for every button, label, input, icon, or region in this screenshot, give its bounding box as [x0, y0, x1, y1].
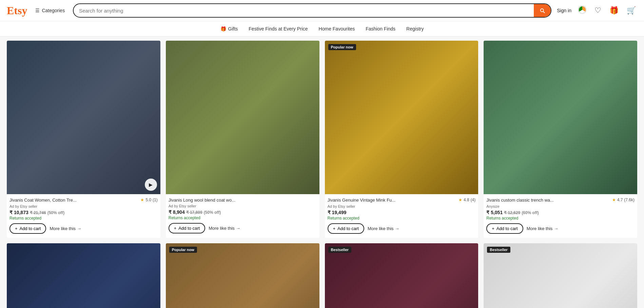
- product-rating: ★4.8 (4): [458, 198, 475, 202]
- add-to-cart-button[interactable]: + Add to cart: [486, 223, 523, 234]
- product-image-p7[interactable]: Bestseller▶: [325, 243, 479, 308]
- product-badge: Popular now: [169, 247, 197, 253]
- original-price: ₹ 21,746: [30, 210, 46, 215]
- more-like-this-button[interactable]: More like this →: [209, 226, 240, 231]
- arrow-icon: →: [236, 226, 240, 231]
- more-like-this-button[interactable]: More like this →: [50, 226, 81, 231]
- more-like-label: More like this: [209, 226, 235, 231]
- product-image-p6[interactable]: Popular now: [166, 243, 319, 308]
- product-actions: + Add to cartMore like this →: [169, 223, 317, 233]
- product-price: ₹ 8,904 ₹ 17,809(50% off): [169, 209, 317, 215]
- product-rating: ★5.0 (1): [140, 198, 157, 202]
- plus-icon: +: [15, 226, 18, 231]
- rating-value: 4.7: [617, 198, 623, 202]
- more-like-label: More like this: [50, 226, 76, 231]
- more-like-this-button[interactable]: More like this →: [368, 226, 399, 231]
- product-badge: Bestseller: [328, 247, 352, 253]
- search-input[interactable]: [74, 4, 534, 17]
- cart-button[interactable]: 🛒: [625, 5, 637, 16]
- gifts-button[interactable]: 🎁: [608, 5, 620, 16]
- add-to-cart-label: Add to cart: [178, 226, 200, 231]
- current-price: ₹ 8,904: [169, 209, 185, 215]
- play-button[interactable]: ▶: [145, 179, 157, 191]
- nav-item-gifts[interactable]: 🎁 Gifts: [220, 25, 238, 33]
- star-icon: ★: [458, 198, 462, 202]
- cart-icon: 🛒: [627, 6, 636, 15]
- product-info-p2: Jivanis Long wool blend coat wo...Ad by …: [166, 194, 319, 238]
- star-icon: ★: [140, 198, 144, 202]
- product-image-p3[interactable]: Popular now: [325, 41, 479, 194]
- header: Etsy ☰ Categories Sign in ♡ 🎁 🛒: [0, 0, 644, 21]
- product-actions: + Add to cartMore like this →: [9, 223, 158, 234]
- review-count: (7.6k): [624, 198, 635, 202]
- product-price: ₹ 10,873 ₹ 21,746(50% off): [9, 210, 158, 215]
- current-price: ₹ 5,051: [486, 210, 503, 215]
- add-to-cart-label: Add to cart: [337, 226, 359, 231]
- flag-button[interactable]: [577, 4, 588, 17]
- product-price: ₹ 5,051 ₹ 12,629(60% off): [486, 210, 635, 215]
- product-info-p3: Jivanis Genuine Vintage Mink Fu...★4.8 (…: [325, 194, 479, 238]
- signin-button[interactable]: Sign in: [557, 8, 571, 13]
- search-bar: [73, 3, 551, 18]
- gift-icon: 🎁: [609, 6, 619, 15]
- etsy-logo: Etsy: [7, 4, 27, 17]
- discount-text: (50% off): [204, 210, 221, 215]
- product-returns: Returns accepted: [328, 216, 476, 221]
- product-card-p7: Bestseller▶Dark Coat LongEtsy seller: [325, 243, 479, 308]
- star-icon: ★: [612, 198, 616, 202]
- arrow-icon: →: [77, 226, 81, 231]
- add-to-cart-label: Add to cart: [20, 226, 41, 231]
- products-section: ▶Jivanis Coat Women, Cotton Tre...★5.0 (…: [0, 37, 644, 308]
- product-seller: Ad by Etsy seller: [9, 204, 158, 208]
- nav-item-festive[interactable]: Festive Finds at Every Price: [249, 25, 308, 33]
- more-like-this-button[interactable]: More like this →: [527, 226, 559, 231]
- current-price: ₹ 19,499: [328, 210, 347, 215]
- product-seller: Ad by Etsy seller: [328, 204, 476, 208]
- nav-gifts-label: Gifts: [228, 26, 238, 32]
- nav-item-fashion[interactable]: Fashion Finds: [366, 25, 395, 33]
- product-actions: + Add to cartMore like this →: [486, 223, 635, 234]
- nav-item-registry[interactable]: Registry: [406, 25, 424, 33]
- product-info-p1: Jivanis Coat Women, Cotton Tre...★5.0 (1…: [7, 194, 160, 238]
- product-image-p5[interactable]: [7, 243, 160, 308]
- current-price: ₹ 10,873: [9, 210, 28, 215]
- add-to-cart-button[interactable]: + Add to cart: [328, 223, 364, 234]
- discount-text: (60% off): [522, 210, 539, 215]
- product-image-p8[interactable]: Bestseller: [484, 243, 637, 308]
- add-to-cart-button[interactable]: + Add to cart: [169, 223, 205, 233]
- original-price: ₹ 17,809: [186, 210, 202, 215]
- categories-button[interactable]: ☰ Categories: [33, 6, 67, 15]
- product-returns: Returns accepted: [9, 216, 158, 221]
- product-returns: Returns accepted: [486, 216, 635, 221]
- more-like-label: More like this: [527, 226, 553, 231]
- wishlist-button[interactable]: ♡: [593, 5, 603, 16]
- product-card-p1: ▶Jivanis Coat Women, Cotton Tre...★5.0 (…: [7, 41, 160, 238]
- rating-value: 4.8: [464, 198, 469, 202]
- product-image-p2[interactable]: [166, 41, 319, 194]
- search-button[interactable]: [534, 4, 551, 17]
- product-badge: Popular now: [328, 44, 356, 50]
- plus-icon: +: [174, 226, 177, 231]
- plus-icon: +: [492, 226, 494, 231]
- product-title: Jivanis custom classic trench wa...: [486, 198, 610, 203]
- header-actions: Sign in ♡ 🎁 🛒: [557, 4, 637, 17]
- product-actions: + Add to cartMore like this →: [328, 223, 476, 234]
- product-image-p4[interactable]: [484, 41, 637, 194]
- nav-festive-label: Festive Finds at Every Price: [249, 26, 308, 32]
- arrow-icon: →: [554, 226, 558, 231]
- nav-home-label: Home Favourites: [319, 26, 355, 32]
- nav-item-home[interactable]: Home Favourites: [319, 25, 355, 33]
- add-to-cart-button[interactable]: + Add to cart: [9, 223, 46, 234]
- review-count: (1): [153, 198, 158, 202]
- product-title: Jivanis Coat Women, Cotton Tre...: [9, 198, 138, 203]
- product-card-p8: BestsellerWhite Embroidered JacketEtsy s…: [484, 243, 637, 308]
- product-returns: Returns accepted: [169, 215, 317, 220]
- product-card-p2: Jivanis Long wool blend coat wo...Ad by …: [166, 41, 319, 238]
- hamburger-icon: ☰: [35, 8, 40, 13]
- original-price: ₹ 12,629: [504, 210, 520, 215]
- review-count: (4): [471, 198, 476, 202]
- product-card-p6: Popular nowFur Coat WinterEtsy seller: [166, 243, 319, 308]
- add-to-cart-label: Add to cart: [496, 226, 518, 231]
- product-image-p1[interactable]: ▶: [7, 41, 160, 194]
- categories-label: Categories: [42, 8, 65, 13]
